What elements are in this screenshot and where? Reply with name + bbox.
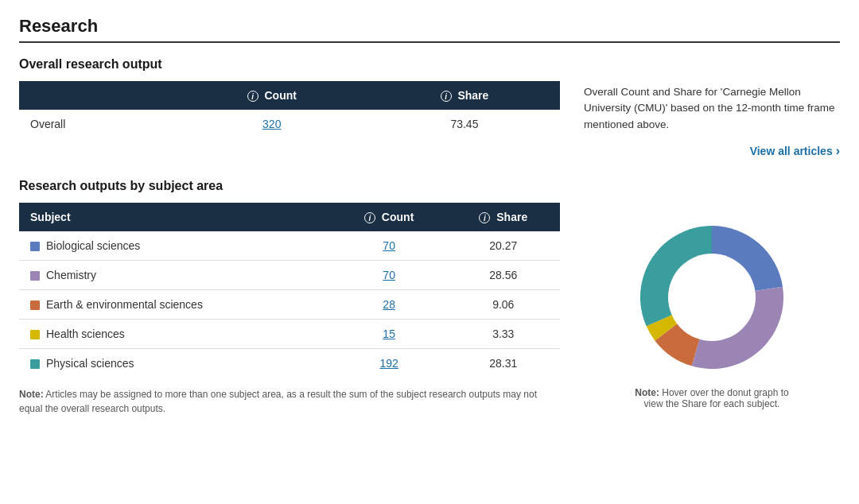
- page-title: Research: [19, 16, 840, 37]
- subject-count-link[interactable]: 28: [383, 298, 395, 311]
- subject-row: Biological sciences 70 20.27: [19, 231, 560, 261]
- subjects-table: Subject i Count i Share Biological scie: [19, 203, 560, 378]
- title-divider: [19, 41, 840, 43]
- subjects-side-area: Note: Hover over the donut graph to view…: [584, 203, 840, 409]
- overall-table-area: i Count i Share Overall 320: [19, 81, 560, 138]
- count-info-icon: i: [247, 91, 258, 102]
- overall-section: Overall research output i Count i Share: [19, 57, 840, 158]
- view-all-chevron: ›: [836, 144, 840, 158]
- subjects-table-header: Subject i Count i Share: [19, 203, 560, 231]
- subject-row-share: 28.31: [447, 349, 560, 378]
- overall-layout: i Count i Share Overall 320: [19, 81, 840, 158]
- share-info-icon: i: [441, 91, 452, 102]
- overall-row-share: 73.45: [369, 110, 560, 138]
- subject-row-label: Chemistry: [19, 261, 332, 290]
- subject-row-count: 70: [332, 261, 447, 290]
- subjects-col-count: i Count: [332, 203, 447, 231]
- subject-row-share: 20.27: [447, 231, 560, 261]
- subject-count-link[interactable]: 15: [383, 328, 395, 340]
- subject-row-label: Physical sciences: [19, 349, 332, 378]
- subjects-bottom-note: Note: Articles may be assigned to more t…: [19, 387, 560, 416]
- overall-table: i Count i Share Overall 320: [19, 81, 560, 138]
- subject-count-link[interactable]: 192: [379, 357, 398, 370]
- subject-row: Earth & environmental sciences 28 9.06: [19, 290, 560, 320]
- donut-chart: [628, 214, 795, 381]
- overall-row-label: Overall: [19, 110, 175, 138]
- donut-hole: [668, 254, 756, 341]
- subject-row-label: Earth & environmental sciences: [19, 290, 332, 320]
- subject-row-count: 28: [332, 290, 447, 320]
- overall-table-body: Overall 320 73.45: [19, 110, 560, 138]
- subjects-col-share: i Share: [447, 203, 560, 231]
- subjects-col-label: Subject: [19, 203, 332, 231]
- subjects-count-info-icon: i: [364, 212, 375, 223]
- overall-section-title: Overall research output: [19, 57, 840, 72]
- subjects-table-area: Subject i Count i Share Biological scie: [19, 203, 560, 416]
- donut-chart-container: Note: Hover over the donut graph to view…: [584, 214, 840, 409]
- subject-count-link[interactable]: 70: [383, 269, 395, 281]
- subject-color-swatch: [30, 242, 40, 251]
- overall-side-text: Overall Count and Share for 'Carnegie Me…: [584, 84, 840, 133]
- donut-note: Note: Hover over the donut graph to view…: [632, 387, 791, 409]
- subject-row-share: 3.33: [447, 320, 560, 349]
- subject-color-swatch: [30, 359, 40, 369]
- overall-table-header: i Count i Share: [19, 81, 560, 110]
- subjects-layout: Subject i Count i Share Biological scie: [19, 203, 840, 416]
- subject-row-share: 9.06: [447, 290, 560, 320]
- subjects-section-title: Research outputs by subject area: [19, 179, 840, 193]
- overall-row-count: 320: [175, 110, 369, 138]
- subject-color-swatch: [30, 330, 40, 339]
- subject-row-label: Biological sciences: [19, 231, 332, 261]
- overall-col-label: [19, 81, 175, 110]
- subject-row-count: 15: [332, 320, 447, 349]
- subject-color-swatch: [30, 271, 40, 281]
- overall-side-area: Overall Count and Share for 'Carnegie Me…: [584, 81, 840, 158]
- subject-count-link[interactable]: 70: [383, 239, 395, 252]
- view-all-articles-link[interactable]: View all articles ›: [584, 144, 840, 158]
- subject-row: Chemistry 70 28.56: [19, 261, 560, 290]
- subject-row-count: 192: [332, 349, 447, 378]
- overall-row: Overall 320 73.45: [19, 110, 560, 138]
- overall-count-link[interactable]: 320: [262, 118, 281, 130]
- subject-row: Health sciences 15 3.33: [19, 320, 560, 349]
- subjects-section: Research outputs by subject area Subject…: [19, 179, 840, 416]
- subject-row-share: 28.56: [447, 261, 560, 290]
- subject-color-swatch: [30, 300, 40, 310]
- overall-col-share: i Share: [369, 81, 560, 110]
- subject-row-label: Health sciences: [19, 320, 332, 349]
- subjects-table-body: Biological sciences 70 20.27 Chemistry 7…: [19, 231, 560, 378]
- subjects-share-info-icon: i: [479, 212, 490, 223]
- subject-row: Physical sciences 192 28.31: [19, 349, 560, 378]
- subject-row-count: 70: [332, 231, 447, 261]
- overall-col-count: i Count: [175, 81, 369, 110]
